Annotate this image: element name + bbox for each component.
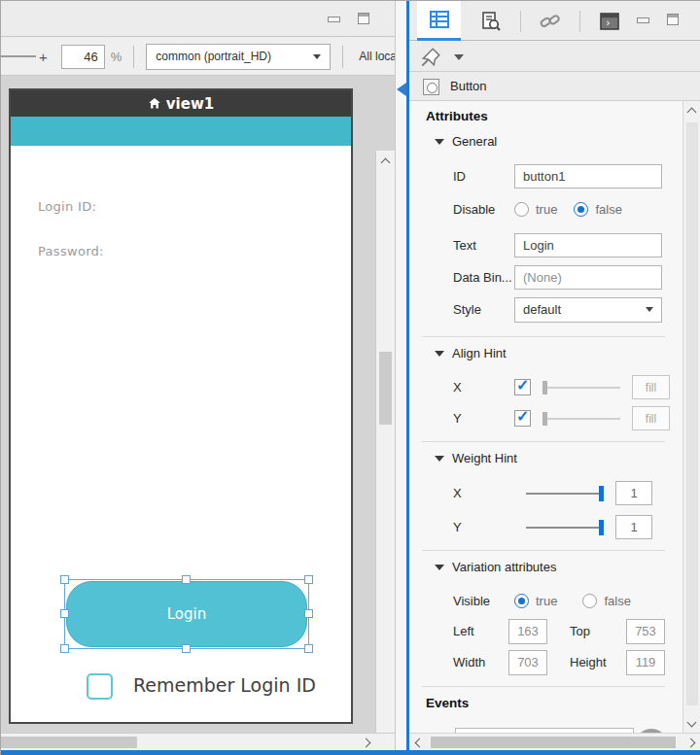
align-x-checkbox[interactable]: ✓ xyxy=(514,379,531,395)
width-input[interactable] xyxy=(508,650,547,675)
tab-divider xyxy=(520,11,521,32)
row-style: Style default xyxy=(409,296,682,323)
resize-handle-nw[interactable] xyxy=(60,575,69,584)
view-title: view1 xyxy=(166,95,214,113)
design-canvas[interactable]: view1 Login ID: Password: Login xyxy=(1,76,395,733)
canvas-horizontal-scrollbar[interactable] xyxy=(1,733,395,750)
collapse-triangle-icon xyxy=(435,456,444,462)
phone-preview: view1 Login ID: Password: Login xyxy=(9,88,353,724)
remember-label[interactable]: Remember Login ID xyxy=(133,674,316,696)
tab-link[interactable] xyxy=(528,1,572,41)
password-label[interactable]: Password: xyxy=(38,244,104,258)
scroll-right-icon[interactable] xyxy=(361,738,370,747)
weight-y-input[interactable] xyxy=(615,515,652,539)
scroll-right-icon[interactable] xyxy=(685,738,695,747)
scroll-down-icon[interactable] xyxy=(686,717,696,727)
scrollbar-thumb[interactable] xyxy=(1,737,137,748)
databind-input[interactable] xyxy=(514,265,662,290)
weight-x-slider[interactable] xyxy=(526,486,604,501)
resize-handle-sw[interactable] xyxy=(60,644,69,653)
scroll-up-icon[interactable] xyxy=(686,107,696,117)
title-bar-widget[interactable] xyxy=(11,117,351,146)
toolbar-divider xyxy=(133,46,134,68)
align-x-fill-field: fill xyxy=(632,375,670,399)
align-y-slider[interactable] xyxy=(542,412,620,426)
phone-view-header: view1 xyxy=(11,90,351,117)
editor-toolbar: + % common (portrait_HD) All locales xyxy=(1,38,395,76)
inspector-vertical-scrollbar[interactable] xyxy=(682,101,700,733)
inspector-pane: › Button Attributes General xyxy=(409,1,700,750)
align-y-checkbox[interactable]: ✓ xyxy=(514,410,531,427)
collapse-left-icon[interactable] xyxy=(397,83,406,96)
selected-widget-row: Button xyxy=(409,72,700,101)
scrollbar-thumb[interactable] xyxy=(431,737,676,748)
section-general[interactable]: General xyxy=(435,134,497,149)
locales-label[interactable]: All locales xyxy=(359,50,395,63)
collapse-triangle-icon xyxy=(435,351,444,357)
text-input[interactable] xyxy=(514,233,662,257)
resize-handle-se[interactable] xyxy=(304,644,313,653)
resize-handle-ne[interactable] xyxy=(304,575,313,584)
style-combo[interactable]: default xyxy=(514,297,662,323)
scroll-up-icon[interactable] xyxy=(380,157,390,167)
events-title: Events xyxy=(426,696,469,710)
visible-false-radio[interactable] xyxy=(582,594,597,608)
widget-selection: Login xyxy=(64,579,309,649)
login-button-widget[interactable]: Login xyxy=(66,581,307,647)
height-input[interactable] xyxy=(626,650,665,675)
profile-combo[interactable]: common (portrait_HD) xyxy=(146,44,331,70)
tab-script[interactable]: › xyxy=(587,1,631,41)
maximize-icon[interactable] xyxy=(667,14,679,25)
resize-handle-n[interactable] xyxy=(182,575,191,584)
disable-false-radio[interactable] xyxy=(574,202,588,217)
section-align-hint[interactable]: Align Hint xyxy=(435,346,507,360)
console-icon: › xyxy=(599,12,620,31)
login-id-label[interactable]: Login ID: xyxy=(38,199,96,214)
maximize-icon[interactable] xyxy=(358,13,369,24)
remember-checkbox-widget[interactable] xyxy=(87,673,113,700)
minimize-icon[interactable] xyxy=(637,17,649,23)
section-weight-hint[interactable]: Weight Hint xyxy=(435,451,517,465)
scroll-left-icon[interactable] xyxy=(414,738,424,747)
section-divider xyxy=(422,550,665,551)
document-search-icon xyxy=(480,12,502,31)
pin-menu-caret-icon[interactable] xyxy=(454,54,464,60)
tab-properties[interactable] xyxy=(417,1,461,41)
editor-pane: + % common (portrait_HD) All locales vie… xyxy=(1,1,395,750)
home-icon xyxy=(148,97,161,110)
pin-button[interactable] xyxy=(419,46,442,73)
editor-pane-header xyxy=(1,1,395,37)
zoom-plus-icon[interactable]: + xyxy=(39,49,48,65)
id-input[interactable] xyxy=(514,164,662,189)
tab-page-search[interactable] xyxy=(469,1,512,41)
attributes-title: Attributes xyxy=(426,109,488,123)
minimize-icon[interactable] xyxy=(328,17,340,22)
top-input[interactable] xyxy=(626,619,665,644)
canvas-vertical-scrollbar[interactable] xyxy=(375,151,395,733)
weight-x-input[interactable] xyxy=(615,481,652,505)
inspector-horizontal-scrollbar[interactable] xyxy=(409,733,700,750)
scrollbar-thumb[interactable] xyxy=(686,122,698,705)
section-variation[interactable]: Variation attributes xyxy=(435,560,556,574)
row-align-x: X ✓ fill xyxy=(409,374,682,400)
toolbar-divider xyxy=(342,46,343,68)
pane-sash[interactable] xyxy=(395,1,406,750)
row-disable: Disable true false xyxy=(409,198,682,220)
resize-handle-w[interactable] xyxy=(60,609,69,618)
left-input[interactable] xyxy=(508,619,547,644)
row-id: ID xyxy=(409,163,682,189)
scrollbar-thumb[interactable] xyxy=(379,352,392,425)
zoom-input[interactable] xyxy=(61,45,105,69)
zoom-slider[interactable] xyxy=(1,55,36,57)
link-icon xyxy=(540,12,561,31)
resize-handle-e[interactable] xyxy=(304,609,313,618)
resize-handle-s[interactable] xyxy=(182,644,191,653)
button-widget-icon xyxy=(423,79,439,95)
align-x-slider[interactable] xyxy=(542,381,620,395)
weight-y-slider[interactable] xyxy=(526,520,604,535)
section-divider xyxy=(422,336,665,337)
visible-true-radio[interactable] xyxy=(514,594,529,608)
row-text: Text xyxy=(409,232,682,258)
disable-true-radio[interactable] xyxy=(514,202,529,217)
row-align-y: Y ✓ fill xyxy=(409,405,682,431)
